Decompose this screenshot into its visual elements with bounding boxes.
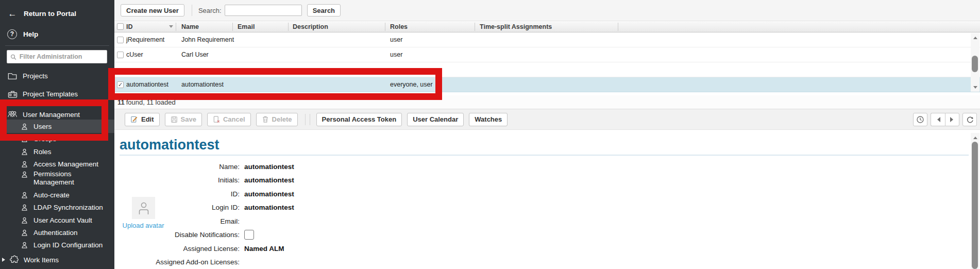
search-icon	[10, 54, 16, 60]
field-label: Email:	[120, 217, 240, 225]
field-row: Initials: automationtest	[120, 174, 294, 188]
user-icon	[21, 229, 28, 236]
table-row[interactable]: jRequirement John Requirement user	[114, 32, 980, 47]
field-label: ID:	[120, 190, 240, 198]
delete-button[interactable]: Delete	[256, 113, 298, 126]
sidebar-item-login-id-configuration[interactable]: Login ID Configuration	[0, 239, 114, 251]
users-table-header: ID Name Email Description Roles Time-spl…	[114, 21, 980, 32]
heading-divider	[120, 155, 969, 156]
user-icon	[21, 171, 28, 178]
field-label: Login ID:	[120, 204, 240, 211]
sidebar-item-project-templates[interactable]: Project Templates	[0, 88, 114, 100]
forward-button[interactable]	[945, 113, 959, 126]
user-calendar-button[interactable]: User Calendar	[407, 113, 464, 126]
field-label: Initials:	[120, 176, 240, 184]
search-button[interactable]: Search	[307, 4, 341, 16]
user-icon	[21, 161, 28, 167]
toolbar-divider	[305, 114, 306, 125]
field-row: Disable Notifications:	[120, 228, 294, 242]
return-to-portal-button[interactable]: ← Return to Portal	[0, 6, 114, 21]
user-detail-panel: automationtest Upload avatar Name: autom…	[114, 130, 980, 269]
row-checkbox[interactable]	[117, 52, 124, 58]
folder-icon	[7, 72, 18, 80]
field-row: ID: automationtest	[120, 187, 294, 201]
annotation-box-sidebar-users	[0, 99, 108, 141]
top-toolbar: Create new User Search: Search	[114, 0, 980, 21]
app-window: ← Return to Portal ? Help Projects Proje…	[0, 0, 980, 269]
search-label: Search:	[198, 7, 222, 14]
search-input[interactable]	[225, 5, 302, 16]
sidebar-item-ldap-synchronization[interactable]: LDAP Synchronization	[0, 201, 114, 214]
scrollbar-thumb[interactable]	[972, 142, 978, 269]
forward-icon	[950, 117, 956, 122]
sidebar-item-projects[interactable]: Projects	[0, 70, 114, 82]
field-label: Assigned Add-on Licenses:	[120, 258, 240, 266]
sidebar-item-auto-create[interactable]: Auto-create	[0, 189, 114, 201]
column-header-email[interactable]: Email	[238, 21, 255, 32]
cell-id: jRequirement	[126, 32, 164, 47]
create-new-user-button[interactable]: Create new User	[121, 4, 184, 16]
personal-access-token-button[interactable]: Personal Access Token	[316, 113, 402, 126]
row-checkbox[interactable]	[117, 37, 124, 43]
table-scrollbar[interactable]	[971, 33, 979, 92]
column-separator	[176, 23, 176, 31]
field-value: automationtest	[244, 190, 294, 198]
column-header-time-split[interactable]: Time-split Assignments	[480, 21, 552, 32]
cell-name: John Requirement	[181, 32, 234, 47]
refresh-button[interactable]	[962, 113, 977, 126]
field-value: automationtest	[244, 204, 294, 211]
field-row: Assigned Add-on Licenses:	[120, 256, 294, 269]
edit-icon	[130, 115, 138, 123]
filter-administration-input[interactable]	[20, 53, 104, 60]
briefcase-icon	[7, 90, 18, 98]
edit-button[interactable]: Edit	[125, 113, 160, 126]
help-label: Help	[23, 30, 38, 38]
user-fields: Name: automationtest Initials: automatio…	[120, 160, 294, 269]
column-header-id[interactable]: ID	[126, 21, 133, 32]
help-icon: ?	[7, 29, 17, 39]
history-button[interactable]	[913, 113, 927, 126]
toolbar-divider	[310, 114, 310, 125]
clock-icon	[916, 115, 924, 124]
user-icon	[21, 192, 28, 198]
annotation-box-selected-row	[108, 68, 442, 100]
back-button[interactable]	[931, 113, 945, 126]
action-toolbar: Edit Save Cancel Delete Personal Access …	[114, 109, 980, 130]
column-header-roles[interactable]: Roles	[390, 21, 408, 32]
scroll-up-icon[interactable]	[971, 133, 979, 140]
watches-button[interactable]: Watches	[469, 113, 508, 126]
scrollbar-thumb[interactable]	[972, 56, 978, 72]
puzzle-icon	[8, 255, 19, 265]
table-row[interactable]: cUser Carl User user	[114, 47, 980, 62]
field-label: Assigned License:	[120, 245, 240, 253]
save-button[interactable]: Save	[165, 113, 202, 126]
field-value: automationtest	[244, 176, 294, 184]
sidebar-item-user-account-vault[interactable]: User Account Vault	[0, 214, 114, 227]
trash-icon	[262, 115, 269, 123]
sidebar-item-permissions-management[interactable]: Permissions Management	[0, 168, 114, 189]
sidebar-item-authentication[interactable]: Authentication	[0, 226, 114, 239]
sidebar-item-roles[interactable]: Roles	[0, 145, 114, 158]
select-all-checkbox[interactable]	[117, 21, 124, 32]
column-separator	[288, 23, 289, 31]
sidebar-item-work-items[interactable]: Work Items	[0, 253, 114, 266]
scroll-up-icon[interactable]	[971, 33, 979, 40]
back-icon	[935, 117, 940, 122]
sort-descending-icon[interactable]	[169, 21, 173, 32]
user-detail-title: automationtest	[120, 137, 219, 153]
expand-chevron-icon[interactable]	[2, 258, 7, 262]
cell-id: cUser	[126, 47, 143, 62]
column-header-description[interactable]: Description	[293, 21, 328, 32]
column-header-name[interactable]: Name	[181, 21, 199, 32]
cancel-button[interactable]: Cancel	[207, 113, 251, 126]
user-icon	[21, 204, 28, 211]
disable-notifications-checkbox[interactable]	[244, 230, 254, 240]
toolbar-divider	[192, 5, 192, 16]
cell-name: Carl User	[181, 47, 209, 62]
scroll-down-icon[interactable]	[971, 85, 979, 92]
column-separator	[385, 23, 385, 31]
detail-scrollbar[interactable]	[971, 133, 979, 269]
field-label: Disable Notifications:	[120, 231, 240, 239]
column-separator	[475, 23, 475, 31]
help-button[interactable]: ? Help	[0, 27, 114, 41]
